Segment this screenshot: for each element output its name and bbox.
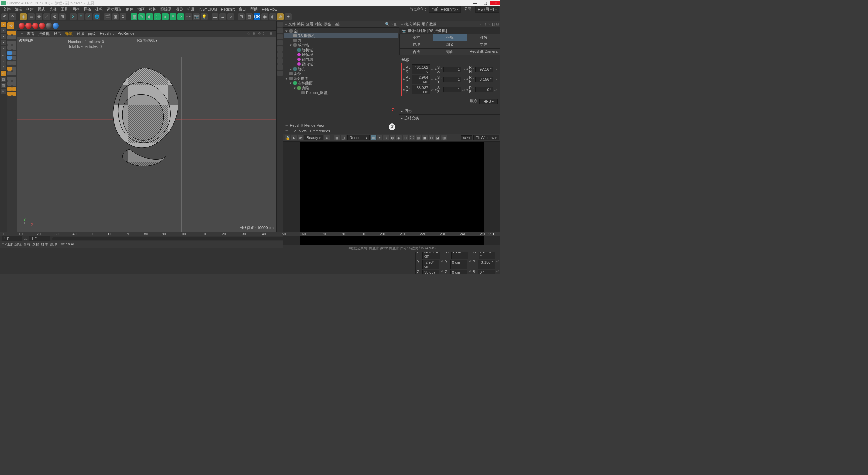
coord-input[interactable]: -97.16 ° xyxy=(475,66,493,72)
coord-input[interactable]: 0 ° xyxy=(475,87,493,92)
menu-item[interactable]: 模拟 xyxy=(147,7,158,12)
tree-row[interactable]: ▾域力场 xyxy=(284,43,398,48)
rv-fit-combo[interactable]: Fit Window ▾ xyxy=(473,135,499,140)
attr-menu[interactable]: 用户数据 xyxy=(422,22,437,27)
menu-item[interactable]: Redshift xyxy=(219,7,236,11)
place-icon[interactable]: ⊞ xyxy=(59,13,66,20)
coord-input[interactable]: -461.162 c xyxy=(412,64,430,74)
undo-icon[interactable]: ↶ xyxy=(1,13,8,20)
render-region-icon[interactable]: ▣ xyxy=(112,13,119,20)
om-filter-icon[interactable] xyxy=(277,64,283,70)
menu-item[interactable]: RealFlow xyxy=(260,7,279,11)
cloth-icon[interactable]: 〰 xyxy=(185,13,192,20)
om-filter-icon[interactable] xyxy=(277,52,283,58)
render-settings-icon[interactable]: ⚙ xyxy=(120,13,126,20)
uv-poly-icon[interactable]: ◊ xyxy=(1,64,6,70)
rv-tool-icon[interactable]: ▤ xyxy=(416,135,421,140)
primitive-cube-icon[interactable]: ▦ xyxy=(131,13,137,20)
material-sphere[interactable] xyxy=(32,23,38,29)
rv-menu-item[interactable]: File xyxy=(290,129,296,133)
menu-item[interactable]: 角色 xyxy=(124,7,135,12)
om-menu[interactable]: 编辑 xyxy=(297,22,304,27)
object-tree[interactable]: ▾空白RS 摄像机力▾域力场随机域球体域径向域径向域.1▸随机备份▾细分曲面▾布… xyxy=(283,28,399,122)
tree-row[interactable]: 备份 xyxy=(284,71,398,76)
attr-tab[interactable]: 细节 xyxy=(433,41,467,48)
move-icon[interactable]: ✥ xyxy=(36,13,42,20)
attr-menu[interactable]: 编辑 xyxy=(413,22,420,27)
menu-item[interactable]: 帮助 xyxy=(249,7,259,12)
deformer-icon[interactable]: ◈ xyxy=(162,13,169,20)
freeze-section[interactable]: 冻结变换 xyxy=(399,114,500,122)
coord-input[interactable]: 38.037 cm xyxy=(412,85,430,94)
rv-lock-icon[interactable]: 🔒 xyxy=(285,135,290,140)
layout-combo[interactable]: RS (用户) xyxy=(475,6,499,13)
order-combo[interactable]: HPB ▾ xyxy=(479,99,498,104)
menu-item[interactable]: 窗口 xyxy=(237,7,248,12)
menu-item[interactable]: 编辑 xyxy=(13,7,24,12)
tree-row[interactable]: ▾布料曲面 xyxy=(284,81,398,86)
material-sphere[interactable] xyxy=(53,23,59,29)
material-sphere[interactable] xyxy=(19,23,25,29)
om-filter-icon[interactable] xyxy=(277,22,283,27)
rv-menu-item[interactable]: Preferences xyxy=(310,129,330,133)
menu-item[interactable]: 创建 xyxy=(24,7,35,12)
nurbs-icon[interactable]: ◐ xyxy=(146,13,153,20)
object-mode-icon[interactable]: ▫ xyxy=(1,28,6,33)
minimize-button[interactable]: — xyxy=(470,1,480,5)
mat-menu[interactable]: Cycles 4D xyxy=(58,242,75,247)
quaternion-section[interactable]: 四元 xyxy=(399,107,500,114)
axis-y-icon[interactable]: Y xyxy=(78,13,84,20)
workplane-icon[interactable]: ▦ xyxy=(246,13,253,20)
rv-snapshot-icon[interactable]: ⊞ xyxy=(371,135,376,140)
vp-menu-item[interactable]: 过滤 xyxy=(75,31,85,36)
menu-item[interactable]: 样条 xyxy=(82,7,93,12)
menu-item[interactable]: 文件 xyxy=(1,7,12,12)
menu-item[interactable]: 渲染 xyxy=(174,7,185,12)
viewport-hide-icon[interactable]: ▥ xyxy=(1,83,6,88)
viewport-solo-icon[interactable]: ▤ xyxy=(1,77,6,82)
tree-row[interactable]: 球体域 xyxy=(284,52,398,57)
tree-row[interactable]: ▸随机 xyxy=(284,66,398,71)
attr-nav-icon[interactable]: ◧ xyxy=(491,22,495,26)
rv-circle-icon[interactable]: ● xyxy=(324,135,330,140)
vp-menu-item[interactable]: 显示 xyxy=(52,31,62,36)
close-button[interactable]: ✕ xyxy=(490,1,500,5)
om-menu[interactable]: 文件 xyxy=(288,22,296,27)
light-icon[interactable]: 💡 xyxy=(201,13,208,20)
attr-tab[interactable]: 物理 xyxy=(399,41,433,48)
mat-menu[interactable]: 材质 xyxy=(41,242,48,247)
camera-icon[interactable]: 📷 xyxy=(193,13,200,20)
rv-tool-icon[interactable]: ◐ xyxy=(390,135,395,140)
menu-item[interactable]: 动画 xyxy=(136,7,146,12)
rv-tool-icon[interactable]: ◪ xyxy=(435,135,440,140)
snap-icon[interactable]: ⊡ xyxy=(238,13,245,20)
tree-row[interactable]: RS 摄像机 xyxy=(284,33,398,38)
rv-menu-item[interactable]: View xyxy=(299,129,307,133)
tree-row[interactable]: 径向域 xyxy=(284,57,398,62)
rv-crop-icon[interactable]: ◫ xyxy=(341,135,346,140)
mat-menu[interactable]: 纹理 xyxy=(50,242,57,247)
field-icon[interactable]: ⊛ xyxy=(170,13,176,20)
rv-play-icon[interactable]: ▶ xyxy=(291,135,297,140)
viewport-nav-icons[interactable]: ◇ ⊕ ✥ ⛶ ⊞ xyxy=(246,31,274,36)
menu-item[interactable]: 运动图形 xyxy=(105,7,123,12)
om-filter-icon[interactable] xyxy=(277,34,283,39)
move-tool-icon[interactable]: ✥ xyxy=(7,22,14,29)
om-filter-icon[interactable] xyxy=(277,28,283,33)
axis-x-icon[interactable]: X xyxy=(70,13,77,20)
spline-pen-icon[interactable]: ✎ xyxy=(138,13,145,20)
rv-tool-icon[interactable]: ⊟ xyxy=(429,135,434,140)
attr-tab[interactable]: 立体 xyxy=(467,41,500,48)
model-mode-icon[interactable]: ▲ xyxy=(1,22,6,27)
qr-icon[interactable]: QR xyxy=(254,13,260,20)
vp-menu-item[interactable]: 查看 xyxy=(25,31,36,36)
rv-tool-icon[interactable]: ⛶ xyxy=(409,135,415,140)
tweak-icon[interactable]: ✎ xyxy=(1,89,6,94)
rs-light-icon[interactable]: ✦ xyxy=(285,13,292,20)
rv-tool-icon[interactable]: ✦ xyxy=(377,135,382,140)
attr-tab[interactable]: 合成 xyxy=(399,48,433,55)
coord-input[interactable]: -2.984 cm xyxy=(412,75,430,84)
rv-tool-icon[interactable]: ◉ xyxy=(396,135,402,140)
menu-item[interactable]: 选择 xyxy=(47,7,58,12)
attr-nav-icon[interactable]: ⌂ xyxy=(488,22,490,26)
